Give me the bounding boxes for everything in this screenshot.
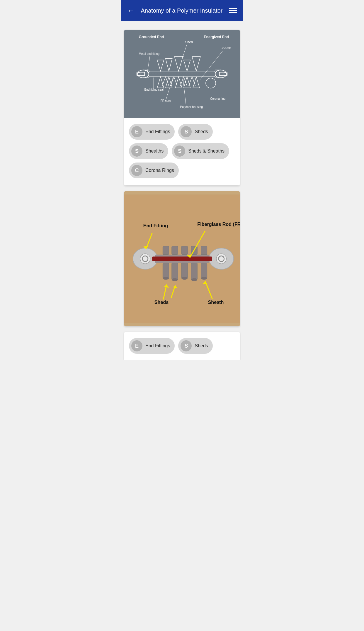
top-spacer: [121, 21, 243, 30]
svg-rect-48: [181, 263, 188, 278]
svg-rect-52: [201, 263, 207, 278]
svg-point-37: [140, 254, 150, 264]
end-fittings-label: End Fittings: [145, 129, 170, 134]
energized-end-label: Energized End: [204, 35, 229, 39]
corona-rings-icon: C: [131, 165, 142, 176]
end-fittings-button[interactable]: E End Fittings: [129, 124, 175, 140]
metal-end-fitting-label: Metal end fitting: [139, 52, 159, 55]
corona-ring-label: Corona ring: [210, 97, 225, 100]
shed-label: Shed: [185, 40, 193, 44]
sheath-label: Sheath: [220, 46, 231, 50]
svg-point-49: [181, 277, 188, 280]
corona-rings-button[interactable]: C Corona Rings: [129, 163, 179, 178]
diagram-card: Grounded End Energized End Shed Sheath M…: [124, 30, 240, 185]
partial-end-fittings-button[interactable]: E End Fittings: [129, 338, 175, 354]
photo-card: End Fitting Fiberglass Rod (FR) Sheds Sh…: [124, 191, 240, 326]
svg-rect-46: [172, 263, 178, 280]
svg-point-40: [216, 254, 226, 264]
svg-point-45: [163, 277, 169, 280]
page-title: Anatomy of a Polymer Insulator: [141, 7, 222, 14]
sheds-icon: S: [181, 126, 192, 137]
app-header: ← Anatomy of a Polymer Insulator: [121, 0, 243, 21]
grounded-end-label: Grounded End: [139, 35, 164, 39]
back-button[interactable]: ←: [127, 6, 134, 15]
partial-sheds-label: Sheds: [195, 343, 208, 349]
photo-sheds-label: Sheds: [154, 300, 169, 305]
partial-end-fittings-label: End Fittings: [145, 343, 170, 349]
partial-category-card: E End Fittings S Sheds: [124, 332, 240, 360]
partial-end-fittings-icon: E: [131, 340, 142, 351]
corona-rings-label: Corona Rings: [145, 168, 174, 173]
svg-rect-50: [191, 263, 197, 280]
photo-sheath-label: Sheath: [208, 300, 224, 305]
polymer-housing-label: Polymer housing: [180, 105, 203, 109]
svg-rect-56: [181, 246, 188, 255]
photo-fiberglass-label: Fiberglass Rod (FR): [197, 221, 240, 227]
category-area: E End Fittings S Sheds S Shealths S Shed…: [124, 118, 240, 185]
shealths-label: Shealths: [145, 148, 164, 154]
svg-point-47: [172, 278, 178, 281]
photo-end-fitting-label: End Fitting: [143, 223, 168, 228]
sheds-sheaths-icon: S: [174, 146, 185, 157]
svg-rect-43: [152, 256, 212, 261]
shealths-button[interactable]: S Shealths: [129, 143, 168, 159]
end-fitting-seal-label: End fitting seal: [144, 88, 164, 91]
diagram-svg: Grounded End Energized End Shed Sheath M…: [124, 30, 240, 118]
photo-svg: End Fitting Fiberglass Rod (FR) Sheds Sh…: [124, 191, 240, 326]
diagram-area: Grounded End Energized End Shed Sheath M…: [124, 30, 240, 118]
sheds-label: Sheds: [195, 129, 208, 134]
svg-point-53: [201, 277, 207, 280]
svg-rect-58: [201, 246, 207, 255]
sheds-sheaths-label: Sheds & Sheaths: [188, 148, 224, 154]
menu-button[interactable]: [229, 8, 237, 13]
sheds-button[interactable]: S Sheds: [178, 124, 212, 140]
svg-rect-44: [163, 263, 169, 278]
svg-rect-54: [163, 246, 169, 255]
photo-area: End Fitting Fiberglass Rod (FR) Sheds Sh…: [124, 191, 240, 326]
svg-rect-55: [172, 246, 178, 255]
end-fittings-icon: E: [131, 126, 142, 137]
partial-sheds-icon: S: [181, 340, 192, 351]
shealths-icon: S: [131, 146, 142, 157]
sheds-sheaths-button[interactable]: S Sheds & Sheaths: [172, 143, 229, 159]
svg-point-51: [191, 278, 197, 281]
partial-sheds-button[interactable]: S Sheds: [178, 338, 212, 354]
